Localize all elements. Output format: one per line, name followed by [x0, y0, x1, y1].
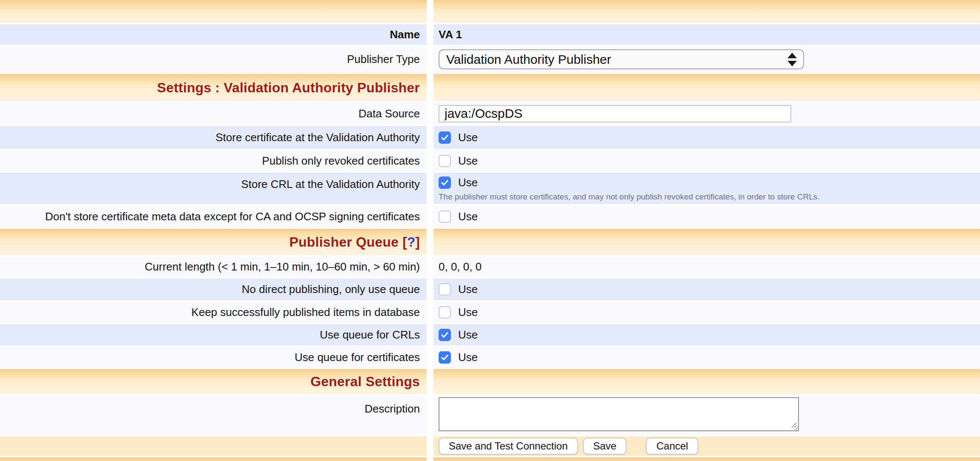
use-queue-for-certificates-label: Use queue for certificates [295, 351, 420, 364]
help-bracket-close: ] [415, 234, 420, 250]
no-direct-publishing-use-label: Use [458, 283, 478, 296]
store-certificate-label: Store certificate at the Validation Auth… [215, 131, 420, 144]
store-certificate-checkbox[interactable] [439, 131, 451, 144]
general-settings-section-row: General Settings [0, 369, 980, 394]
select-stepper-icon [787, 52, 797, 67]
name-value: VA 1 [439, 28, 462, 41]
keep-published-items-row: Keep successfully published items in dat… [0, 302, 980, 323]
current-length-row: Current length (< 1 min, 1–10 min, 10–60… [0, 256, 980, 277]
keep-published-items-checkbox[interactable] [439, 306, 451, 319]
use-queue-for-crls-row: Use queue for CRLs Use [0, 324, 980, 345]
dont-store-meta-checkbox[interactable] [439, 211, 451, 223]
publisher-queue-section-title: Publisher Queue [289, 234, 399, 250]
publish-only-revoked-row: Publish only revoked certificates Use [0, 150, 980, 171]
store-crl-checkbox[interactable] [439, 176, 451, 189]
use-queue-for-crls-label: Use queue for CRLs [320, 328, 420, 341]
help-bracket-open: [ [402, 234, 407, 250]
use-queue-for-certificates-row: Use queue for certificates Use [0, 347, 980, 368]
settings-section-right-cell [433, 74, 980, 101]
use-queue-for-crls-checkbox[interactable] [439, 329, 451, 341]
store-crl-note: The publisher must store certificates, a… [439, 192, 980, 202]
publish-only-revoked-label: Publish only revoked certificates [262, 154, 420, 168]
settings-section-row: Settings : Validation Authority Publishe… [0, 74, 980, 101]
store-crl-label: Store CRL at the Validation Authority [241, 178, 420, 191]
publish-only-revoked-use-label: Use [458, 154, 478, 168]
checkmark-icon [440, 330, 449, 339]
publisher-queue-section-right-cell [433, 229, 980, 255]
save-and-test-connection-button[interactable]: Save and Test Connection [439, 438, 578, 455]
description-textarea[interactable] [439, 397, 799, 431]
publisher-type-label: Publisher Type [347, 53, 420, 66]
checkmark-icon [440, 178, 449, 187]
data-source-label: Data Source [358, 107, 420, 120]
store-certificate-use-label: Use [458, 131, 478, 144]
publisher-type-selected-option: Validation Authority Publisher [446, 52, 787, 67]
use-queue-for-certificates-checkbox[interactable] [439, 351, 451, 364]
keep-published-items-label: Keep successfully published items in dat… [191, 306, 420, 319]
publisher-queue-section-row: Publisher Queue [?] [0, 229, 980, 255]
general-settings-section-title: General Settings [311, 374, 420, 390]
save-button[interactable]: Save [583, 438, 627, 455]
no-direct-publishing-label: No direct publishing, only use queue [242, 283, 420, 296]
top-header-left-cell [0, 0, 427, 23]
dont-store-meta-row: Don't store certificate meta data except… [0, 205, 980, 228]
action-buttons-row: Save and Test Connection Save Cancel [0, 436, 980, 456]
current-length-value: 0, 0, 0, 0 [439, 260, 482, 273]
name-row: Name VA 1 [0, 24, 980, 45]
current-length-label: Current length (< 1 min, 1–10 min, 10–60… [145, 260, 420, 273]
publisher-queue-help-link[interactable]: [?] [402, 234, 420, 250]
use-queue-for-crls-use-label: Use [458, 328, 478, 341]
bottom-header-sliver [0, 457, 980, 461]
dont-store-meta-label: Don't store certificate meta data except… [45, 210, 420, 223]
edit-publisher-form: Name VA 1 Publisher Type Validation Auth… [0, 0, 980, 461]
checkmark-icon [440, 133, 449, 142]
general-settings-section-right-cell [433, 369, 980, 394]
keep-published-items-use-label: Use [458, 306, 478, 319]
description-label: Description [365, 402, 420, 415]
action-buttons-left-cell [0, 436, 427, 456]
store-crl-row: Store CRL at the Validation Authority Us… [0, 173, 980, 204]
data-source-row: Data Source [0, 102, 980, 125]
settings-section-title: Settings : Validation Authority Publishe… [157, 80, 420, 96]
data-source-input[interactable] [439, 105, 791, 122]
top-header-row [0, 0, 980, 23]
store-crl-use-label: Use [458, 176, 478, 189]
checkmark-icon [440, 353, 449, 362]
dont-store-meta-use-label: Use [458, 210, 478, 223]
no-direct-publishing-row: No direct publishing, only use queue Use [0, 279, 980, 300]
store-certificate-row: Store certificate at the Validation Auth… [0, 126, 980, 149]
name-label: Name [390, 28, 420, 41]
publish-only-revoked-checkbox[interactable] [439, 155, 451, 167]
description-row: Description [0, 396, 980, 435]
publisher-type-row: Publisher Type Validation Authority Publ… [0, 46, 980, 73]
publisher-type-select[interactable]: Validation Authority Publisher [439, 49, 804, 69]
use-queue-for-certificates-use-label: Use [458, 351, 478, 364]
help-question-icon: ? [407, 234, 416, 250]
top-header-right-cell [433, 0, 980, 23]
cancel-button[interactable]: Cancel [646, 438, 698, 455]
no-direct-publishing-checkbox[interactable] [439, 283, 451, 296]
